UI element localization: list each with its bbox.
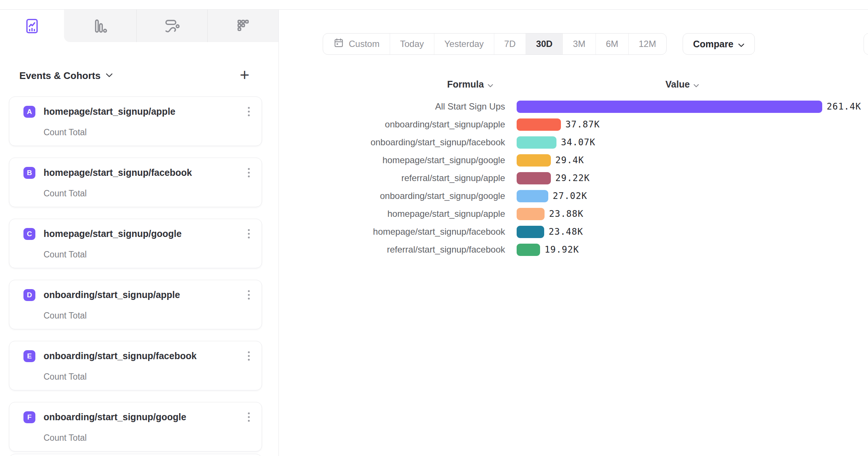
- row-value: 23.48K: [549, 227, 583, 237]
- event-badge: E: [23, 350, 35, 362]
- chart-row: referral/start_signup/apple 29.22K: [334, 169, 861, 187]
- event-measure: Count Total: [44, 433, 87, 443]
- event-measure: Count Total: [44, 372, 87, 382]
- compare-label: Compare: [693, 39, 733, 50]
- row-value: 261.4K: [827, 101, 861, 112]
- daterange-label: Today: [400, 39, 424, 49]
- row-label: referral/start_signup/apple: [334, 173, 505, 183]
- row-label: All Start Sign Ups: [334, 101, 505, 112]
- chevron-down-icon: [106, 72, 113, 79]
- bar-homepage-google[interactable]: [517, 154, 551, 167]
- daterange-segmented-control: Custom Today Yesterday 7D 30D 3M 6M 12M: [323, 33, 667, 55]
- bar-onboarding-facebook[interactable]: [517, 136, 556, 149]
- row-label: referral/start_signup/facebook: [334, 244, 505, 255]
- bar-homepage-facebook[interactable]: [517, 226, 544, 238]
- compare-button[interactable]: Compare: [683, 33, 755, 55]
- partial-button-right-edge[interactable]: [864, 33, 868, 55]
- daterange-today[interactable]: Today: [390, 34, 434, 54]
- chart-row: All Start Sign Ups 261.4K: [334, 98, 861, 115]
- add-event-button[interactable]: +: [236, 66, 253, 83]
- event-card-d[interactable]: D onboarding/start_signup/apple Count To…: [9, 280, 262, 329]
- row-label: homepage/start_signup/facebook: [334, 227, 505, 237]
- chevron-down-icon: [488, 79, 493, 90]
- row-value: 19.92K: [545, 244, 579, 255]
- plus-icon: +: [240, 67, 249, 83]
- event-title: homepage/start_signup/facebook: [44, 167, 192, 178]
- kebab-menu-icon[interactable]: [246, 410, 252, 424]
- row-label: homepage/start_signup/apple: [334, 209, 505, 219]
- daterange-label: Yesterday: [444, 39, 484, 49]
- flow-icon: [163, 17, 181, 35]
- bar-chart-icon: [91, 17, 109, 35]
- daterange-7d[interactable]: 7D: [494, 34, 526, 54]
- row-label: onboarding/start_signup/apple: [334, 119, 505, 130]
- row-label: homepage/start_signup/google: [334, 155, 505, 165]
- tab-bar-report[interactable]: [64, 10, 136, 42]
- daterange-label: 12M: [639, 39, 656, 49]
- tab-insights-active[interactable]: [0, 10, 64, 42]
- tab-grid-report[interactable]: [207, 10, 278, 42]
- event-title: homepage/start_signup/google: [44, 228, 182, 239]
- event-card-b[interactable]: B homepage/start_signup/facebook Count T…: [9, 158, 262, 207]
- daterange-yesterday[interactable]: Yesterday: [434, 34, 494, 54]
- events-cohorts-header[interactable]: Events & Cohorts: [19, 69, 113, 83]
- row-value: 23.88K: [549, 209, 584, 219]
- kebab-menu-icon[interactable]: [246, 166, 252, 180]
- event-card-f[interactable]: F onboarding/start_signup/google Count T…: [9, 402, 262, 452]
- event-title: onboarding/start_signup/apple: [44, 289, 180, 300]
- chart-row: referral/start_signup/facebook 19.92K: [334, 241, 861, 259]
- row-value: 37.87K: [565, 119, 600, 130]
- row-value: 27.02K: [553, 191, 587, 201]
- daterange-label: 6M: [606, 39, 618, 49]
- event-card-partial[interactable]: [9, 454, 262, 456]
- daterange-3m[interactable]: 3M: [562, 34, 595, 54]
- formula-header-label: Formula: [447, 79, 484, 90]
- kebab-menu-icon[interactable]: [246, 349, 252, 363]
- calendar-icon: [333, 37, 344, 51]
- event-card-c[interactable]: C homepage/start_signup/google Count Tot…: [9, 219, 262, 268]
- chart-row: homepage/start_signup/apple 23.88K: [334, 205, 861, 223]
- event-measure: Count Total: [44, 189, 87, 199]
- event-title: onboarding/start_signup/google: [44, 412, 186, 422]
- event-badge: F: [23, 411, 35, 423]
- event-card-a[interactable]: A homepage/start_signup/apple Count Tota…: [9, 96, 262, 146]
- grid-dots-icon: [234, 17, 252, 35]
- event-badge: B: [23, 167, 35, 179]
- row-value: 34.07K: [561, 137, 596, 148]
- kebab-menu-icon[interactable]: [246, 227, 252, 241]
- daterange-label: 3M: [573, 39, 585, 49]
- kebab-menu-icon[interactable]: [246, 288, 252, 302]
- daterange-custom[interactable]: Custom: [323, 34, 390, 54]
- event-title: homepage/start_signup/apple: [44, 106, 175, 117]
- event-badge: A: [23, 106, 35, 118]
- bar-referral-facebook[interactable]: [517, 244, 540, 256]
- value-column-header[interactable]: Value: [634, 79, 731, 90]
- event-measure: Count Total: [44, 311, 87, 321]
- bar-chart: All Start Sign Ups 261.4K onboarding/sta…: [334, 98, 861, 259]
- event-measure: Count Total: [44, 127, 87, 137]
- chart-row: homepage/start_signup/facebook 23.48K: [334, 223, 861, 241]
- daterange-12m[interactable]: 12M: [628, 34, 666, 54]
- formula-column-header[interactable]: Formula: [422, 79, 518, 90]
- row-label: onboarding/start_signup/google: [334, 191, 505, 201]
- event-card-e[interactable]: E onboarding/start_signup/facebook Count…: [9, 341, 262, 390]
- tab-flow-report[interactable]: [136, 10, 207, 42]
- kebab-menu-icon[interactable]: [246, 105, 252, 118]
- bar-onboarding-apple[interactable]: [517, 118, 561, 131]
- daterange-6m[interactable]: 6M: [596, 34, 628, 54]
- row-value: 29.22K: [555, 173, 590, 183]
- daterange-label: 7D: [504, 39, 516, 49]
- chevron-down-icon: [693, 79, 699, 90]
- event-badge: D: [23, 289, 35, 301]
- chart-row: homepage/start_signup/google 29.4K: [334, 151, 861, 169]
- event-measure: Count Total: [44, 250, 87, 260]
- bar-referral-apple[interactable]: [517, 172, 551, 184]
- bar-all-start-sign-ups[interactable]: [517, 101, 822, 113]
- events-cohorts-title: Events & Cohorts: [19, 70, 100, 82]
- chart-row: onboarding/start_signup/apple 37.87K: [334, 115, 861, 133]
- daterange-30d-selected[interactable]: 30D: [526, 34, 562, 54]
- chart-row: onboarding/start_signup/facebook 34.07K: [334, 133, 861, 151]
- bar-homepage-apple[interactable]: [517, 208, 545, 220]
- bar-onboarding-google[interactable]: [517, 190, 548, 202]
- event-badge: C: [23, 228, 35, 240]
